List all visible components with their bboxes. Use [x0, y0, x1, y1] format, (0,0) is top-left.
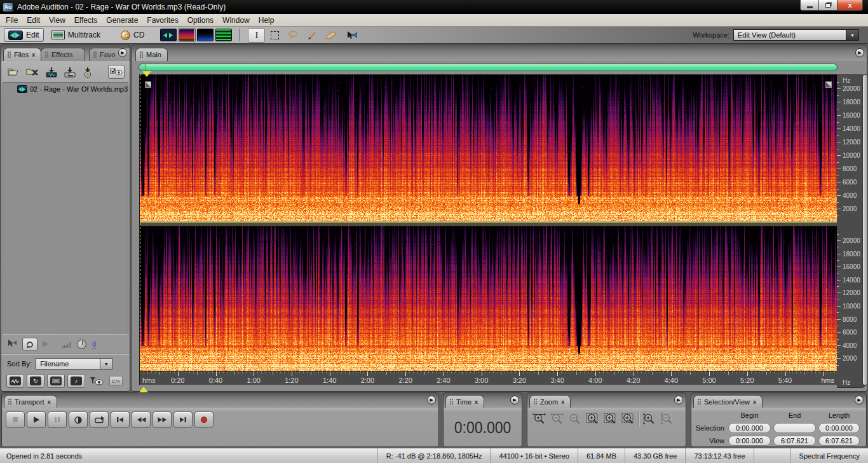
spectral-frequency-display-button[interactable]: [179, 29, 195, 41]
selection-length-field[interactable]: 0:00.000: [818, 423, 860, 433]
show-midi-files-toggle[interactable]: ♪: [67, 374, 85, 388]
minimize-button[interactable]: [800, 0, 819, 11]
loop-preview-button[interactable]: [22, 338, 37, 351]
tab-main[interactable]: Main: [135, 48, 168, 61]
menu-window[interactable]: Window: [218, 15, 254, 26]
show-audio-files-toggle[interactable]: [6, 374, 24, 388]
show-options-toggle[interactable]: [108, 65, 125, 79]
spectral-pan-display-button[interactable]: [197, 29, 214, 41]
selection-start-marker-bottom[interactable]: [139, 382, 148, 392]
view-length-field[interactable]: 6:07.621: [818, 436, 860, 446]
zoom-to-selection-button[interactable]: [585, 411, 600, 427]
tab-selection-view[interactable]: Selection/Viewx: [693, 395, 763, 408]
spot-healing-brush-tool[interactable]: [322, 28, 339, 43]
sort-by-dropdown-arrow[interactable]: ▼: [100, 358, 112, 370]
workspace-dropdown[interactable]: Edit View (Default): [733, 29, 846, 41]
selection-start-marker-top[interactable]: [142, 71, 151, 81]
zoom-in-horizontally-button[interactable]: [532, 411, 547, 427]
menu-generate[interactable]: Generate: [102, 15, 142, 26]
scrub-tool[interactable]: [342, 28, 360, 43]
menu-options[interactable]: Options: [183, 15, 218, 26]
multitrack-view-button[interactable]: Multitrack: [48, 28, 104, 42]
menu-effects[interactable]: Effects: [70, 15, 102, 26]
filter-eye-icon[interactable]: [88, 374, 105, 388]
menu-file[interactable]: File: [1, 15, 22, 26]
zoom-out-vertically-button[interactable]: [660, 411, 675, 427]
fast-forward-button[interactable]: [153, 411, 172, 428]
record-button[interactable]: [194, 411, 214, 428]
tab-zoom[interactable]: Zoomx: [529, 395, 571, 408]
menu-edit[interactable]: Edit: [22, 15, 44, 26]
import-audio-button[interactable]: [45, 67, 58, 78]
auto-play-icon[interactable]: [7, 339, 18, 350]
import-session-button[interactable]: [64, 67, 76, 78]
open-path-button[interactable]: C:\>: [109, 376, 123, 386]
play-from-cursor-button[interactable]: [69, 411, 88, 428]
go-to-beginning-button[interactable]: [111, 411, 130, 428]
horizontal-range-bar[interactable]: [139, 64, 837, 71]
restore-button[interactable]: [819, 0, 837, 11]
spectrogram-left-channel[interactable]: [140, 74, 837, 221]
play-looped-button[interactable]: [90, 411, 109, 428]
sort-by-dropdown[interactable]: Filename: [36, 358, 100, 370]
files-panel-menu-button[interactable]: ▶: [118, 48, 127, 57]
frequency-ruler[interactable]: Hz20004000600080001000012000140001600018…: [837, 74, 865, 388]
display-corner-handle-left[interactable]: [145, 81, 151, 88]
file-list[interactable]: 02 - Rage - War Of Worlds.mp3: [3, 82, 128, 335]
rewind-button[interactable]: [132, 411, 151, 428]
tab-close-icon[interactable]: x: [753, 399, 756, 405]
zoom-out-full-both-axes-button[interactable]: [567, 411, 583, 427]
import-file-button[interactable]: [6, 67, 20, 77]
close-file-button[interactable]: [25, 67, 39, 77]
stop-button[interactable]: [6, 411, 25, 428]
tab-close-icon[interactable]: x: [48, 399, 51, 405]
tab-time[interactable]: Timex: [445, 395, 484, 408]
waveform-display-button[interactable]: [160, 29, 177, 41]
transport-panel-menu-button[interactable]: ▶: [427, 396, 436, 404]
time-selection-tool[interactable]: I: [248, 28, 265, 43]
spectrogram-right-channel[interactable]: [140, 226, 837, 371]
cd-view-button[interactable]: CD: [117, 28, 148, 42]
file-list-item[interactable]: 02 - Rage - War Of Worlds.mp3: [3, 83, 128, 93]
time-panel-menu-button[interactable]: ▶: [510, 396, 519, 404]
volume-knob[interactable]: [77, 340, 86, 349]
import-cd-button[interactable]: [82, 67, 93, 78]
channel-divider[interactable]: [140, 221, 837, 226]
playback-cursor[interactable]: [140, 74, 140, 371]
timeline-ruler[interactable]: 0:200:401:001:201:402:002:202:403:003:20…: [140, 371, 837, 385]
go-to-end-button[interactable]: [173, 411, 193, 428]
tab-transport[interactable]: Transportx: [4, 395, 57, 408]
preview-play-button[interactable]: [42, 339, 49, 350]
marquee-selection-tool[interactable]: [266, 28, 283, 43]
zoom-in-vertically-button[interactable]: [642, 411, 657, 427]
tab-effects[interactable]: Effects: [41, 48, 85, 61]
tab-close-icon[interactable]: x: [475, 399, 478, 405]
edit-view-button[interactable]: Edit: [4, 28, 44, 42]
zoom-panel-menu-button[interactable]: ▶: [674, 396, 683, 404]
menu-help[interactable]: Help: [254, 15, 279, 26]
menu-view[interactable]: View: [44, 15, 70, 26]
tab-close-icon[interactable]: x: [32, 52, 35, 58]
zoom-out-horizontally-button[interactable]: [550, 411, 565, 427]
selection-end-field[interactable]: [773, 423, 816, 433]
tab-files[interactable]: Filesx: [3, 48, 41, 61]
menu-favorites[interactable]: Favorites: [142, 15, 182, 26]
volume-value[interactable]: 0: [92, 340, 96, 349]
time-display[interactable]: 0:00.000: [447, 409, 519, 446]
display-corner-handle-right[interactable]: [825, 81, 832, 88]
spectral-phase-display-button[interactable]: [215, 29, 232, 41]
vertical-scrollbar[interactable]: [862, 74, 868, 385]
range-bar-left-handle[interactable]: [140, 64, 146, 71]
selection-view-panel-menu-button[interactable]: ▶: [855, 396, 864, 404]
lasso-selection-tool[interactable]: [285, 28, 302, 43]
selection-begin-field[interactable]: 0:00.000: [728, 423, 771, 433]
zoom-in-to-left-edge-of-selection-button[interactable]: [603, 411, 618, 427]
zoom-in-to-right-edge-of-selection-button[interactable]: [621, 411, 636, 427]
view-end-field[interactable]: 6:07.621: [773, 436, 816, 446]
close-button[interactable]: x: [837, 0, 863, 11]
pause-button[interactable]: [48, 411, 67, 428]
workspace-dropdown-arrow[interactable]: ▼: [846, 29, 859, 41]
tab-close-icon[interactable]: x: [561, 399, 564, 405]
show-video-files-toggle[interactable]: [47, 374, 65, 388]
main-panel-menu-button[interactable]: ▶: [855, 48, 864, 57]
